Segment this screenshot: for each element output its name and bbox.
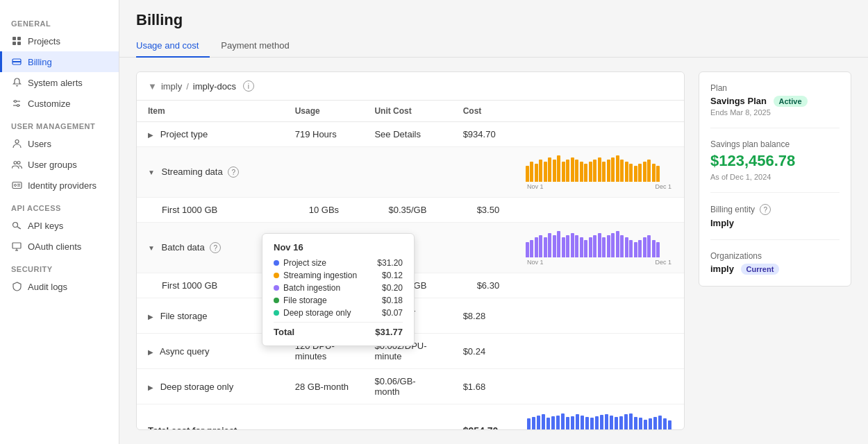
table-header-row: Item Usage Unit Cost Cost [137, 101, 684, 122]
billing-entity-section: Billing entity ? Imply [710, 204, 840, 240]
cell-usage: 10 GBs [284, 198, 364, 223]
expand-icon[interactable]: ▶ [148, 313, 153, 321]
tooltip-row: Streaming ingestion $0.12 [274, 271, 403, 280]
sidebar-label-oauth-clients: OAuth clients [28, 241, 81, 252]
breadcrumb-org[interactable]: imply [161, 81, 182, 92]
sidebar-item-billing[interactable]: Billing [0, 51, 119, 72]
tab-payment-method[interactable]: Payment method [210, 35, 300, 58]
svg-point-17 [13, 223, 18, 228]
balance-section: Savings plan balance $123,456.78 As of D… [710, 139, 840, 193]
breadcrumb-info-icon[interactable]: i [243, 80, 254, 92]
sidebar-item-oauth-clients[interactable]: OAuth clients [0, 236, 119, 257]
cell-usage: 28 GB-month [284, 369, 364, 404]
billing-panel[interactable]: ▼ imply / imply-docs i Item Usage Unit C… [136, 71, 685, 430]
svg-point-11 [14, 162, 17, 164]
tooltip-row: File storage $0.18 [274, 296, 403, 305]
sidebar-section-api-access: API ACCESS API keys OAuth clients [0, 196, 119, 257]
tabs-bar: Usage and cost Payment method [119, 35, 868, 58]
breadcrumb-separator: / [186, 81, 189, 92]
section-info-icon[interactable]: ? [210, 242, 221, 253]
svg-rect-3 [17, 42, 21, 45]
credit-card-icon [11, 56, 22, 67]
table-row: ▶ Project type 719 Hours See Details $93… [137, 122, 684, 147]
breadcrumb: ▼ imply / imply-docs i [137, 72, 684, 101]
tooltip-total: Total $31.77 [274, 322, 403, 337]
svg-rect-20 [12, 243, 21, 248]
sliders-icon [11, 98, 22, 109]
tooltip-row: Batch ingestion $0.20 [274, 283, 403, 293]
total-value: $954.70 [452, 404, 515, 431]
expand-icon[interactable]: ▶ [148, 131, 153, 139]
user-icon [11, 138, 22, 149]
plan-badge: Active [774, 96, 808, 107]
table-row: ▼ Streaming data ? Nov 1 [137, 147, 684, 198]
sidebar-item-identity-providers[interactable]: Identity providers [0, 175, 119, 196]
sidebar-label-api-keys: API keys [28, 221, 63, 231]
organizations-label: Organizations [710, 251, 840, 261]
sidebar-label-projects: Projects [28, 36, 60, 46]
expand-icon[interactable]: ▶ [148, 348, 153, 356]
cell-item: ▶ Project type [137, 122, 284, 147]
cell-usage: 719 Hours [284, 122, 364, 147]
sidebar-item-system-alerts[interactable]: System alerts [0, 72, 119, 93]
sidebar-item-user-groups[interactable]: User groups [0, 154, 119, 175]
org-row: imply Current [710, 264, 840, 275]
sidebar-item-api-keys[interactable]: API keys [0, 215, 119, 236]
sidebar-item-projects[interactable]: Projects [0, 31, 119, 51]
svg-rect-1 [17, 37, 21, 40]
col-header-usage: Usage [284, 101, 364, 122]
svg-rect-5 [12, 61, 21, 62]
cell-cost: $8.28 [452, 298, 515, 334]
users-icon [11, 159, 22, 170]
tooltip-dot [274, 285, 279, 291]
expand-icon[interactable]: ▶ [148, 384, 153, 391]
sidebar-item-audit-logs[interactable]: Audit logs [0, 276, 119, 297]
section-info-icon[interactable]: ? [228, 166, 239, 178]
balance-label: Savings plan balance [710, 139, 840, 149]
svg-point-14 [14, 185, 16, 187]
plan-ends: Ends Mar 8, 2025 [710, 108, 840, 117]
billing-entity-info-icon[interactable]: ? [760, 204, 771, 215]
organizations-section: Organizations imply Current [710, 251, 840, 275]
org-badge: Current [741, 264, 780, 275]
monitor-icon [11, 241, 22, 252]
cell-cost: $6.30 [452, 273, 515, 298]
collapse-icon[interactable]: ▼ [148, 81, 157, 92]
cell-cost: $0.24 [452, 334, 515, 369]
svg-point-12 [17, 162, 20, 164]
sidebar-label-system-alerts: System alerts [28, 78, 83, 88]
svg-line-19 [19, 228, 19, 229]
expand-icon[interactable]: ▼ [148, 244, 155, 252]
balance-date: As of Dec 1, 2024 [710, 173, 840, 181]
tooltip-dot [274, 310, 279, 316]
cell-chart [515, 122, 684, 147]
table-row: First 1000 GB 10 GBs $0.35/GB $3.50 [137, 198, 684, 223]
billing-entity-value: Imply [710, 218, 840, 228]
svg-rect-2 [12, 42, 16, 45]
sidebar-label-customize: Customize [28, 99, 70, 109]
cell-unit-cost: $0.35/GB [363, 198, 451, 223]
cell-item: ▼ Streaming data ? [137, 147, 284, 198]
cell-item: ▶ Deep storage only [137, 369, 284, 404]
right-panel: Plan Savings Plan Active Ends Mar 8, 202… [699, 71, 851, 430]
main-content: ▼ imply / imply-docs i Item Usage Unit C… [119, 58, 868, 444]
col-header-item: Item [137, 101, 284, 122]
sidebar: GENERAL Projects Billing System alerts C… [0, 0, 119, 444]
balance-value: $123,456.78 [710, 152, 840, 170]
tab-usage-cost[interactable]: Usage and cost [136, 35, 210, 58]
expand-icon[interactable]: ▼ [148, 169, 155, 176]
svg-rect-0 [12, 37, 16, 40]
tooltip-date: Nov 16 [274, 242, 403, 253]
svg-point-8 [15, 101, 17, 103]
cell-item: First 1000 GB [137, 198, 284, 223]
sidebar-item-users[interactable]: Users [0, 133, 119, 154]
cell-unit-cost: See Details [363, 122, 451, 147]
plan-label: Plan [710, 83, 840, 93]
cell-unit-cost: $0.06/GB-month [363, 369, 451, 404]
sidebar-item-customize[interactable]: Customize [0, 93, 119, 114]
svg-point-9 [17, 105, 19, 107]
chart-tooltip: Nov 16 Project size $31.20 Streaming ing… [262, 233, 415, 346]
cell-mini-chart: Nov 1 Dec 1 [515, 223, 684, 273]
id-card-icon [11, 180, 22, 191]
tooltip-row: Deep storage only $0.07 [274, 308, 403, 318]
